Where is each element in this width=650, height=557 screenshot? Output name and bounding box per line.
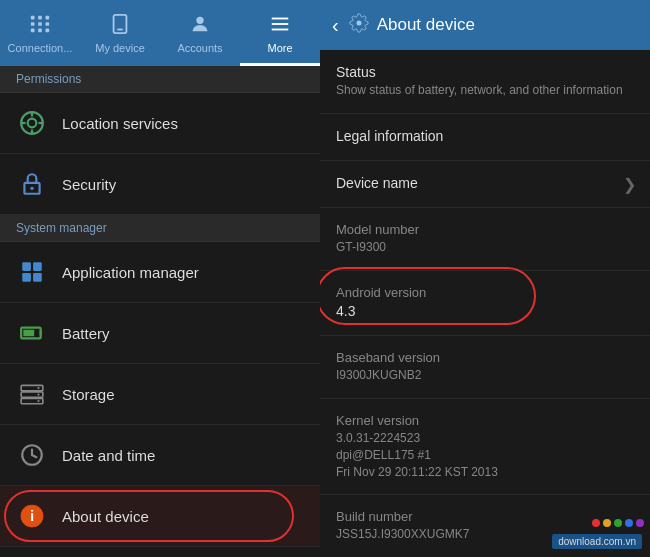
dot-blue bbox=[625, 519, 633, 527]
menu-item-battery[interactable]: Battery bbox=[0, 303, 320, 364]
watermark-text: download.com.vn bbox=[552, 534, 642, 549]
right-content: Status Show status of battery, network, … bbox=[320, 50, 650, 557]
svg-rect-5 bbox=[46, 22, 50, 26]
menu-item-location[interactable]: Location services bbox=[0, 93, 320, 154]
menu-item-about[interactable]: i About device bbox=[0, 486, 320, 547]
svg-rect-7 bbox=[38, 29, 42, 33]
right-item-kernel[interactable]: Kernel version 3.0.31-2224523 dpi@DELL17… bbox=[320, 399, 650, 495]
legal-title: Legal information bbox=[336, 128, 634, 144]
svg-rect-26 bbox=[33, 273, 42, 282]
permissions-header: Permissions bbox=[0, 66, 320, 93]
chevron-right-icon: ❯ bbox=[623, 174, 636, 193]
kernel-title: Kernel version bbox=[336, 413, 634, 428]
svg-point-34 bbox=[37, 400, 39, 402]
svg-rect-1 bbox=[38, 16, 42, 20]
menu-item-appmanager-label: Application manager bbox=[62, 264, 199, 281]
tab-accounts[interactable]: Accounts bbox=[160, 0, 240, 66]
svg-rect-29 bbox=[21, 385, 43, 390]
menu-item-storage-label: Storage bbox=[62, 386, 115, 403]
system-header: System manager bbox=[0, 215, 320, 242]
menu-item-appmanager[interactable]: Application manager bbox=[0, 242, 320, 303]
location-icon bbox=[16, 107, 48, 139]
tab-mydevice-label: My device bbox=[95, 42, 145, 54]
svg-rect-12 bbox=[272, 18, 289, 20]
menu-item-security-label: Security bbox=[62, 176, 116, 193]
tab-bar: Connection... My device Accounts More bbox=[0, 0, 320, 66]
tab-mydevice[interactable]: My device bbox=[80, 0, 160, 66]
dot-purple bbox=[636, 519, 644, 527]
svg-rect-3 bbox=[31, 22, 35, 26]
tab-accounts-label: Accounts bbox=[177, 42, 222, 54]
about-icon: i bbox=[16, 500, 48, 532]
menu-item-datetime-label: Date and time bbox=[62, 447, 155, 464]
svg-rect-25 bbox=[22, 273, 31, 282]
svg-rect-8 bbox=[46, 29, 50, 33]
svg-rect-4 bbox=[38, 22, 42, 26]
dot-red bbox=[592, 519, 600, 527]
tab-more-label: More bbox=[267, 42, 292, 54]
more-icon bbox=[269, 13, 291, 40]
device-name-title: Device name bbox=[336, 175, 634, 191]
accounts-icon bbox=[189, 13, 211, 40]
menu-item-about-label: About device bbox=[62, 508, 149, 525]
right-item-model[interactable]: Model number GT-I9300 bbox=[320, 208, 650, 271]
menu-item-security[interactable]: Security bbox=[0, 154, 320, 215]
right-header: ‹ About device bbox=[320, 0, 650, 50]
status-sub: Show status of battery, network, and oth… bbox=[336, 82, 634, 99]
dots-watermark bbox=[592, 519, 644, 527]
kernel-sub: 3.0.31-2224523 dpi@DELL175 #1 Fri Nov 29… bbox=[336, 430, 634, 480]
right-item-android[interactable]: Android version 4.3 bbox=[320, 271, 650, 337]
dot-yellow bbox=[603, 519, 611, 527]
svg-point-16 bbox=[28, 119, 37, 128]
baseband-sub: I9300JKUGNB2 bbox=[336, 367, 634, 384]
svg-point-11 bbox=[196, 17, 203, 24]
android-sub: 4.3 bbox=[336, 302, 634, 322]
tab-more[interactable]: More bbox=[240, 0, 320, 66]
svg-rect-24 bbox=[33, 262, 42, 271]
svg-rect-0 bbox=[31, 16, 35, 20]
svg-rect-6 bbox=[31, 29, 35, 33]
storage-icon bbox=[16, 378, 48, 410]
baseband-title: Baseband version bbox=[336, 350, 634, 365]
right-item-legal[interactable]: Legal information bbox=[320, 114, 650, 161]
menu-item-location-label: Location services bbox=[62, 115, 178, 132]
svg-point-22 bbox=[30, 187, 33, 190]
appmanager-icon bbox=[16, 256, 48, 288]
datetime-icon bbox=[16, 439, 48, 471]
svg-rect-2 bbox=[46, 16, 50, 20]
svg-rect-14 bbox=[272, 29, 289, 31]
settings-icon bbox=[349, 13, 369, 38]
svg-text:i: i bbox=[30, 507, 34, 524]
left-panel: Connection... My device Accounts More Pe… bbox=[0, 0, 320, 557]
svg-rect-13 bbox=[272, 23, 289, 25]
svg-point-33 bbox=[37, 393, 39, 395]
model-title: Model number bbox=[336, 222, 634, 237]
back-button[interactable]: ‹ bbox=[332, 14, 339, 37]
svg-rect-23 bbox=[22, 262, 31, 271]
security-icon bbox=[16, 168, 48, 200]
battery-icon bbox=[16, 317, 48, 349]
right-item-device-name[interactable]: Device name ❯ bbox=[320, 161, 650, 208]
mydevice-icon bbox=[109, 13, 131, 40]
svg-line-37 bbox=[32, 455, 36, 457]
connections-icon bbox=[29, 13, 51, 40]
svg-rect-30 bbox=[21, 392, 43, 397]
right-panel: ‹ About device Status Show status of bat… bbox=[320, 0, 650, 557]
right-header-title: About device bbox=[377, 15, 475, 35]
svg-point-32 bbox=[37, 387, 39, 389]
build-title: Build number bbox=[336, 509, 634, 524]
right-item-status[interactable]: Status Show status of battery, network, … bbox=[320, 50, 650, 114]
dot-green bbox=[614, 519, 622, 527]
right-item-baseband[interactable]: Baseband version I9300JKUGNB2 bbox=[320, 336, 650, 399]
status-title: Status bbox=[336, 64, 634, 80]
model-sub: GT-I9300 bbox=[336, 239, 634, 256]
menu-item-battery-label: Battery bbox=[62, 325, 110, 342]
svg-rect-31 bbox=[21, 398, 43, 403]
menu-item-datetime[interactable]: Date and time bbox=[0, 425, 320, 486]
menu-item-storage[interactable]: Storage bbox=[0, 364, 320, 425]
tab-connections-label: Connection... bbox=[8, 42, 73, 54]
svg-rect-28 bbox=[23, 330, 34, 337]
android-title: Android version bbox=[336, 285, 634, 300]
tab-connections[interactable]: Connection... bbox=[0, 0, 80, 66]
